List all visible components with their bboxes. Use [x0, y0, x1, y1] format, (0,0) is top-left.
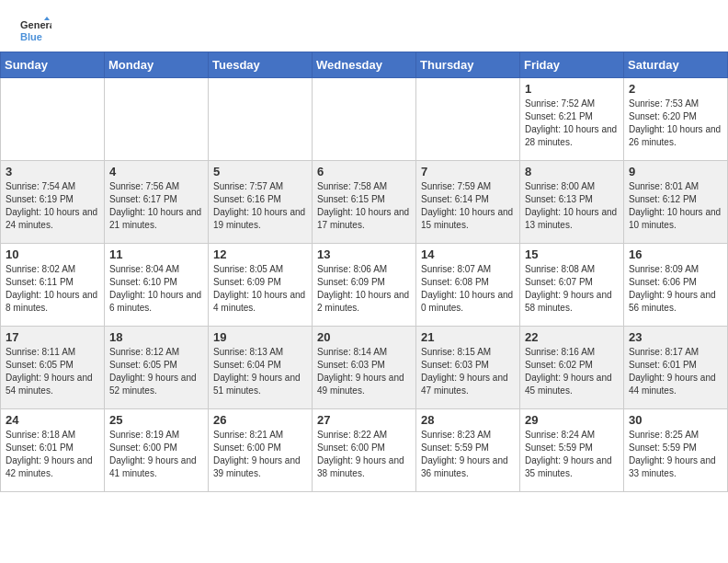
calendar-cell: 9Sunrise: 8:01 AM Sunset: 6:12 PM Daylig… — [624, 161, 728, 244]
weekday-header-saturday: Saturday — [624, 52, 728, 78]
weekday-header-tuesday: Tuesday — [209, 52, 313, 78]
day-number: 15 — [525, 247, 619, 261]
calendar-cell: 4Sunrise: 7:56 AM Sunset: 6:17 PM Daylig… — [105, 161, 209, 244]
calendar-cell: 15Sunrise: 8:08 AM Sunset: 6:07 PM Dayli… — [520, 244, 624, 327]
day-number: 8 — [525, 165, 619, 178]
day-number: 28 — [421, 413, 515, 427]
day-info: Sunrise: 7:52 AM Sunset: 6:21 PM Dayligh… — [525, 98, 619, 149]
calendar-cell: 2Sunrise: 7:53 AM Sunset: 6:20 PM Daylig… — [624, 78, 728, 161]
calendar-cell: 21Sunrise: 8:15 AM Sunset: 6:03 PM Dayli… — [416, 327, 520, 409]
day-info: Sunrise: 8:22 AM Sunset: 6:00 PM Dayligh… — [317, 429, 411, 480]
weekday-header-thursday: Thursday — [416, 52, 520, 78]
calendar-cell: 26Sunrise: 8:21 AM Sunset: 6:00 PM Dayli… — [209, 409, 313, 492]
day-number: 29 — [525, 413, 619, 427]
day-info: Sunrise: 8:07 AM Sunset: 6:08 PM Dayligh… — [421, 263, 515, 315]
day-number: 13 — [317, 247, 411, 261]
day-info: Sunrise: 8:15 AM Sunset: 6:03 PM Dayligh… — [421, 346, 515, 397]
svg-marker-2 — [44, 17, 50, 20]
day-number: 27 — [317, 413, 411, 427]
weekday-header-monday: Monday — [105, 52, 209, 78]
weekday-header-friday: Friday — [520, 52, 624, 78]
day-info: Sunrise: 8:00 AM Sunset: 6:13 PM Dayligh… — [525, 180, 619, 232]
header: General Blue — [0, 0, 728, 52]
calendar-cell: 24Sunrise: 8:18 AM Sunset: 6:01 PM Dayli… — [1, 409, 105, 492]
calendar-cell: 30Sunrise: 8:25 AM Sunset: 5:59 PM Dayli… — [624, 409, 728, 492]
calendar-cell: 19Sunrise: 8:13 AM Sunset: 6:04 PM Dayli… — [209, 327, 313, 409]
calendar-cell: 22Sunrise: 8:16 AM Sunset: 6:02 PM Dayli… — [520, 327, 624, 409]
day-number: 26 — [213, 413, 307, 427]
calendar-cell: 25Sunrise: 8:19 AM Sunset: 6:00 PM Dayli… — [105, 409, 209, 492]
calendar-cell: 1Sunrise: 7:52 AM Sunset: 6:21 PM Daylig… — [520, 78, 624, 161]
day-number: 25 — [109, 413, 203, 427]
day-number: 23 — [629, 330, 722, 344]
day-info: Sunrise: 8:05 AM Sunset: 6:09 PM Dayligh… — [213, 263, 307, 315]
day-info: Sunrise: 7:57 AM Sunset: 6:16 PM Dayligh… — [213, 180, 307, 232]
day-number: 17 — [6, 330, 99, 344]
day-info: Sunrise: 8:21 AM Sunset: 6:00 PM Dayligh… — [213, 429, 307, 480]
day-number: 20 — [317, 330, 411, 344]
calendar-cell — [313, 78, 416, 161]
calendar-cell: 27Sunrise: 8:22 AM Sunset: 6:00 PM Dayli… — [313, 409, 416, 492]
day-number: 6 — [317, 165, 411, 178]
calendar-cell: 14Sunrise: 8:07 AM Sunset: 6:08 PM Dayli… — [416, 244, 520, 327]
day-info: Sunrise: 8:04 AM Sunset: 6:10 PM Dayligh… — [109, 263, 203, 315]
day-info: Sunrise: 8:12 AM Sunset: 6:05 PM Dayligh… — [109, 346, 203, 397]
day-number: 19 — [213, 330, 307, 344]
calendar-cell — [1, 78, 105, 161]
day-info: Sunrise: 7:54 AM Sunset: 6:19 PM Dayligh… — [6, 180, 99, 232]
svg-text:Blue: Blue — [20, 31, 42, 42]
day-info: Sunrise: 7:53 AM Sunset: 6:20 PM Dayligh… — [629, 98, 722, 149]
calendar-cell — [416, 78, 520, 161]
day-info: Sunrise: 8:24 AM Sunset: 5:59 PM Dayligh… — [525, 429, 619, 480]
day-number: 16 — [629, 247, 722, 261]
day-number: 30 — [629, 413, 722, 427]
day-info: Sunrise: 8:13 AM Sunset: 6:04 PM Dayligh… — [213, 346, 307, 397]
calendar-cell — [209, 78, 313, 161]
calendar-cell: 11Sunrise: 8:04 AM Sunset: 6:10 PM Dayli… — [105, 244, 209, 327]
day-number: 21 — [421, 330, 515, 344]
day-info: Sunrise: 8:16 AM Sunset: 6:02 PM Dayligh… — [525, 346, 619, 397]
day-info: Sunrise: 7:56 AM Sunset: 6:17 PM Dayligh… — [109, 180, 203, 232]
calendar-cell: 5Sunrise: 7:57 AM Sunset: 6:16 PM Daylig… — [209, 161, 313, 244]
calendar-cell: 23Sunrise: 8:17 AM Sunset: 6:01 PM Dayli… — [624, 327, 728, 409]
day-info: Sunrise: 8:25 AM Sunset: 5:59 PM Dayligh… — [629, 429, 722, 480]
calendar-cell: 28Sunrise: 8:23 AM Sunset: 5:59 PM Dayli… — [416, 409, 520, 492]
day-number: 22 — [525, 330, 619, 344]
day-number: 11 — [109, 247, 203, 261]
calendar-cell: 7Sunrise: 7:59 AM Sunset: 6:14 PM Daylig… — [416, 161, 520, 244]
day-info: Sunrise: 8:23 AM Sunset: 5:59 PM Dayligh… — [421, 429, 515, 480]
day-info: Sunrise: 8:09 AM Sunset: 6:06 PM Dayligh… — [629, 263, 722, 315]
day-number: 7 — [421, 165, 515, 178]
day-number: 9 — [629, 165, 722, 178]
day-info: Sunrise: 7:59 AM Sunset: 6:14 PM Dayligh… — [421, 180, 515, 232]
day-info: Sunrise: 8:01 AM Sunset: 6:12 PM Dayligh… — [629, 180, 722, 232]
day-number: 18 — [109, 330, 203, 344]
calendar-cell: 16Sunrise: 8:09 AM Sunset: 6:06 PM Dayli… — [624, 244, 728, 327]
day-info: Sunrise: 8:14 AM Sunset: 6:03 PM Dayligh… — [317, 346, 411, 397]
day-number: 4 — [109, 165, 203, 178]
calendar-cell: 29Sunrise: 8:24 AM Sunset: 5:59 PM Dayli… — [520, 409, 624, 492]
logo-svg: General Blue — [18, 15, 51, 48]
weekday-header-sunday: Sunday — [1, 52, 105, 78]
day-number: 10 — [6, 247, 99, 261]
calendar-cell: 6Sunrise: 7:58 AM Sunset: 6:15 PM Daylig… — [313, 161, 416, 244]
day-number: 5 — [213, 165, 307, 178]
day-number: 2 — [629, 82, 722, 96]
day-info: Sunrise: 8:18 AM Sunset: 6:01 PM Dayligh… — [6, 429, 99, 480]
day-number: 3 — [6, 165, 99, 178]
day-number: 1 — [525, 82, 619, 96]
logo: General Blue — [18, 15, 51, 48]
day-info: Sunrise: 8:06 AM Sunset: 6:09 PM Dayligh… — [317, 263, 411, 315]
day-info: Sunrise: 8:02 AM Sunset: 6:11 PM Dayligh… — [6, 263, 99, 315]
day-info: Sunrise: 8:17 AM Sunset: 6:01 PM Dayligh… — [629, 346, 722, 397]
calendar-cell: 13Sunrise: 8:06 AM Sunset: 6:09 PM Dayli… — [313, 244, 416, 327]
calendar-cell: 10Sunrise: 8:02 AM Sunset: 6:11 PM Dayli… — [1, 244, 105, 327]
weekday-header-wednesday: Wednesday — [313, 52, 416, 78]
calendar-cell: 3Sunrise: 7:54 AM Sunset: 6:19 PM Daylig… — [1, 161, 105, 244]
calendar-cell: 18Sunrise: 8:12 AM Sunset: 6:05 PM Dayli… — [105, 327, 209, 409]
calendar-cell: 20Sunrise: 8:14 AM Sunset: 6:03 PM Dayli… — [313, 327, 416, 409]
day-info: Sunrise: 8:19 AM Sunset: 6:00 PM Dayligh… — [109, 429, 203, 480]
day-number: 14 — [421, 247, 515, 261]
calendar-cell — [105, 78, 209, 161]
calendar: SundayMondayTuesdayWednesdayThursdayFrid… — [0, 52, 728, 492]
